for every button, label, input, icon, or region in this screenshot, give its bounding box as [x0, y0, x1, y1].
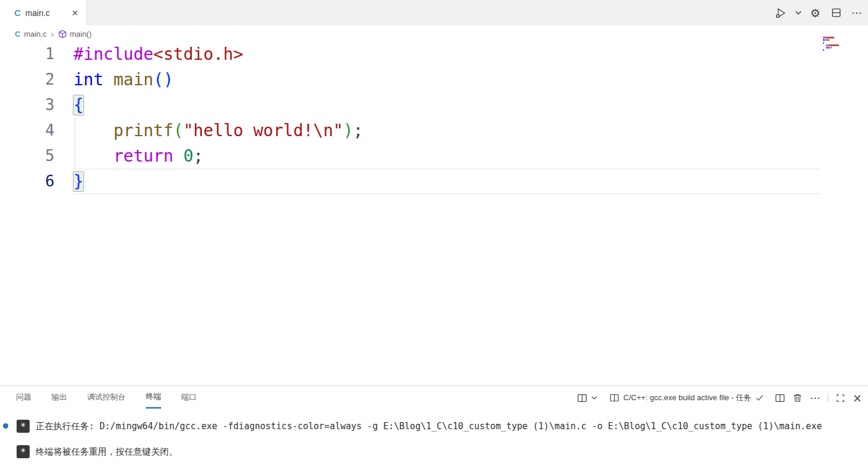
code-token [73, 121, 113, 140]
divider [828, 393, 828, 403]
terminal-text: 终端将被任务重用，按任意键关闭。 [36, 445, 178, 458]
minimap[interactable] [823, 37, 848, 52]
minimap-row [823, 37, 848, 38]
code-token: ( [174, 121, 184, 140]
code-line[interactable]: 2int main() [0, 67, 868, 92]
terminal-output[interactable]: *正在执行任务: D:/mingw64/bin/gcc.exe -fdiagno… [0, 410, 868, 464]
code-token: } [73, 172, 84, 191]
code-line[interactable]: 4 printf("hello world!\n"); [0, 118, 868, 143]
code-line[interactable]: 5 return 0; [0, 143, 868, 169]
split-terminal-icon[interactable] [775, 393, 785, 403]
code-token: 0 [183, 146, 193, 166]
split-editor-icon[interactable] [828, 5, 844, 21]
code-line[interactable]: 1#include<stdio.h> [0, 41, 868, 67]
minimap-segment [823, 37, 828, 38]
breadcrumb-separator: › [51, 30, 54, 38]
code-line-content: printf("hello world!\n"); [73, 118, 821, 143]
line-number[interactable]: 6 [0, 169, 55, 194]
terminal-task-item[interactable]: C/C++: gcc.exe build active file - 任务 [610, 392, 764, 403]
line-number[interactable]: 5 [0, 143, 55, 169]
code-token [174, 146, 184, 166]
panel-tabs: 问题输出调试控制台终端端口 [16, 386, 197, 410]
panel-more-actions-icon[interactable]: ⋯ [810, 392, 820, 404]
code-token: #include [73, 44, 153, 64]
minimap-row [823, 47, 848, 49]
code-token: printf [113, 121, 173, 140]
close-panel-icon[interactable]: × [853, 391, 862, 404]
minimap-segment [828, 37, 834, 38]
run-debug-icon[interactable] [773, 5, 789, 21]
breadcrumb-symbol[interactable]: main() [70, 30, 92, 38]
bottom-panel: 问题输出调试控制台终端端口 C/C++: gcc.exe build activ… [0, 385, 868, 473]
panel-tab[interactable]: 问题 [16, 386, 31, 408]
panel-tab[interactable]: 终端 [146, 386, 161, 408]
tab-bar: C main.c × ⚙ ⋯ [0, 0, 868, 25]
task-badge: * [17, 445, 30, 458]
code-token [73, 146, 113, 166]
line-number[interactable]: 3 [0, 92, 55, 118]
minimap-row [823, 44, 848, 46]
code-token [104, 70, 114, 89]
command-decoration-dot[interactable] [3, 423, 8, 429]
panel-actions: C/C++: gcc.exe build active file - 任务 ⋯ [577, 386, 862, 410]
tab-main-c[interactable]: C main.c × [0, 0, 87, 25]
code-token: "hello world!\n" [183, 121, 343, 140]
breadcrumb: C main.c › main() [0, 25, 868, 42]
minimap-row [823, 42, 848, 44]
code-line-content: int main() [73, 67, 821, 92]
code-line-content: return 0; [73, 143, 821, 169]
check-icon [755, 394, 764, 402]
terminal-pane-icon [610, 393, 619, 403]
minimap-segment [823, 42, 824, 44]
breadcrumb-file[interactable]: main.c [24, 30, 46, 38]
tab-close-icon[interactable]: × [69, 7, 81, 18]
panel-header: 问题输出调试控制台终端端口 C/C++: gcc.exe build activ… [0, 386, 868, 410]
line-number[interactable]: 2 [0, 67, 55, 92]
code-editor[interactable]: 1#include<stdio.h>2int main()3{4 printf(… [0, 41, 868, 194]
vscode-window: C main.c × ⚙ ⋯ C main.c › [0, 0, 868, 473]
symbol-method-icon [58, 30, 67, 38]
code-line-content: #include<stdio.h> [73, 41, 821, 67]
editor-actions: ⚙ ⋯ [773, 0, 864, 25]
line-number[interactable]: 4 [0, 118, 55, 143]
c-file-icon: C [14, 8, 21, 18]
terminal-line: *终端将被任务重用，按任意键关闭。 [0, 439, 868, 464]
settings-gear-icon[interactable]: ⚙ [808, 5, 823, 21]
task-badge: * [17, 420, 30, 433]
code-token: () [153, 70, 174, 89]
minimap-row [823, 49, 848, 51]
minimap-segment [823, 49, 824, 51]
panel-tab[interactable]: 调试控制台 [87, 386, 126, 408]
terminal-line: *正在执行任务: D:/mingw64/bin/gcc.exe -fdiagno… [0, 413, 868, 439]
code-token: main [113, 70, 153, 89]
terminal-task-label: C/C++: gcc.exe build active file - 任务 [623, 392, 751, 403]
code-token: return [113, 146, 173, 166]
code-token: int [73, 70, 104, 89]
code-line-content: { [73, 92, 821, 118]
minimap-segment [831, 47, 832, 49]
minimap-segment [825, 39, 829, 41]
minimap-row [823, 39, 848, 41]
more-actions-icon[interactable]: ⋯ [849, 5, 864, 21]
kill-terminal-trash-icon[interactable] [793, 393, 802, 403]
minimap-segment [823, 39, 825, 41]
c-file-icon: C [15, 30, 20, 38]
code-token: { [73, 95, 84, 115]
code-token: ; [353, 121, 363, 140]
launch-profile-icon[interactable] [577, 393, 587, 403]
launch-profile-chevron-icon[interactable] [591, 395, 597, 401]
tab-label: main.c [25, 8, 69, 18]
indent-guide [75, 118, 75, 169]
code-token: ; [193, 146, 203, 166]
terminal-text: 正在执行任务: D:/mingw64/bin/gcc.exe -fdiagnos… [36, 420, 822, 433]
line-number[interactable]: 1 [0, 41, 55, 67]
panel-tab[interactable]: 端口 [181, 386, 197, 408]
minimap-segment [829, 44, 839, 46]
panel-tab[interactable]: 输出 [52, 386, 67, 408]
code-line[interactable]: 6} [0, 169, 868, 194]
code-line[interactable]: 3{ [0, 92, 868, 118]
code-token: ) [343, 121, 353, 140]
run-dropdown-chevron-icon[interactable] [794, 5, 802, 21]
code-token: <stdio.h> [153, 44, 244, 64]
maximize-panel-icon[interactable] [836, 394, 845, 403]
